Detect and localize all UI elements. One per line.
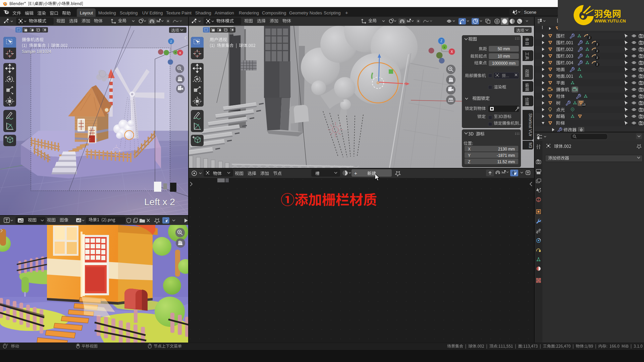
- svg-text:Z: Z: [440, 39, 442, 43]
- svg-text:Y: Y: [443, 46, 445, 49]
- svg-text:X: X: [451, 50, 453, 54]
